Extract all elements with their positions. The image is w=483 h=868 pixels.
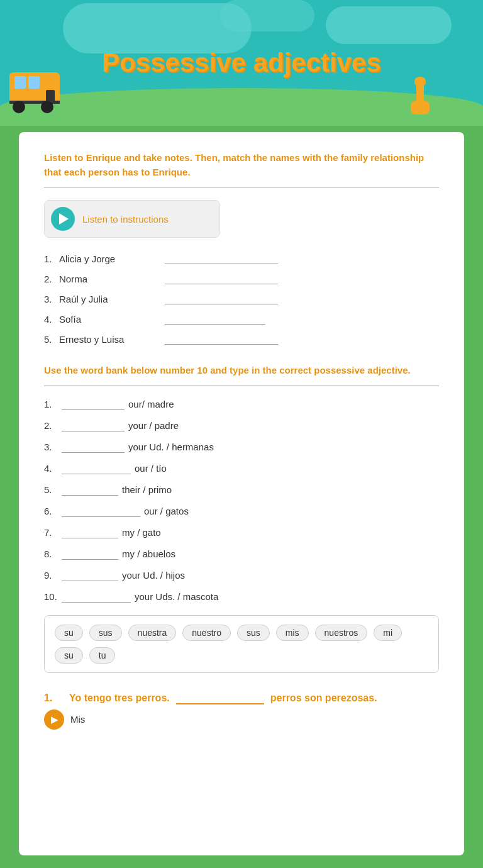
page-title: Possessive adjectives (102, 48, 381, 78)
word-chip[interactable]: mis (276, 625, 309, 641)
word-chip[interactable]: su (55, 647, 83, 664)
item-num: 7. (44, 527, 62, 538)
divider1 (44, 187, 439, 187)
section1-instruction: Listen to Enrique and take notes. Then, … (44, 151, 439, 179)
fill-list-item: 10. your Uds. / mascota (44, 591, 439, 603)
sentence-row: 1. Yo tengo tres perros. perros son pere… (44, 692, 439, 704)
fill-blank[interactable] (62, 548, 118, 560)
item-num: 4. (44, 314, 59, 325)
sentence-suffix: perros son perezosas. (270, 693, 377, 704)
section2: Use the word bank below number 10 and ty… (44, 364, 439, 673)
item-label: our / tío (135, 463, 167, 474)
name-list-item: 1. Alicia y Jorge (44, 253, 439, 264)
fill-list-item: 9. your Ud. / hijos (44, 570, 439, 581)
item-num: 5. (44, 484, 62, 495)
word-chip[interactable]: tu (89, 647, 116, 664)
item-num: 2. (44, 420, 62, 431)
hint-circle: ▶ (44, 709, 64, 730)
section3: 1. Yo tengo tres perros. perros son pere… (44, 692, 439, 730)
word-chip[interactable]: mi (374, 625, 402, 641)
item-label: your Ud. / hermanas (128, 442, 214, 452)
item-label: your Uds. / mascota (135, 591, 218, 602)
item-name: Sofía (59, 314, 160, 325)
cloud-decoration (220, 0, 314, 31)
item-label: their / primo (122, 484, 172, 495)
fill-blank[interactable] (62, 591, 131, 603)
item-num: 10. (44, 591, 62, 602)
fill-list-item: 5. their / primo (44, 484, 439, 496)
item-num: 6. (44, 506, 62, 516)
section1: Listen to Enrique and take notes. Then, … (44, 151, 439, 345)
item-name: Norma (59, 274, 160, 284)
answer-line (165, 253, 278, 264)
item-label: my / abuelos (122, 548, 175, 559)
item-label: my / gato (122, 527, 161, 538)
answer-hint-row: ▶ Mis (44, 709, 439, 730)
item-label: your Ud. / hijos (122, 570, 185, 581)
name-list-item: 2. Norma (44, 273, 439, 284)
item-num: 1. (44, 399, 62, 409)
fill-list-item: 3. your Ud. / hermanas (44, 442, 439, 453)
audio-button[interactable]: Listen to instructions (44, 200, 220, 238)
play-icon (51, 207, 75, 231)
item-name: Raúl y Julia (59, 294, 160, 304)
sentence-num: 1. (44, 693, 63, 704)
fill-blank[interactable] (62, 442, 125, 453)
word-chip[interactable]: nuestro (182, 625, 231, 641)
fill-blank[interactable] (62, 463, 131, 474)
item-name: Alicia y Jorge (59, 253, 160, 264)
cloud-decoration (326, 6, 452, 44)
word-chip[interactable]: sus (89, 625, 122, 641)
fill-list-item: 8. my / abuelos (44, 548, 439, 560)
section2-instruction: Use the word bank below number 10 and ty… (44, 364, 439, 378)
answer-line (165, 313, 265, 325)
word-chip[interactable]: sus (237, 625, 270, 641)
fill-blank[interactable] (62, 420, 125, 431)
item-num: 3. (44, 442, 62, 452)
hint-text: Mis (70, 714, 85, 725)
fill-list-item: 4. our / tío (44, 463, 439, 474)
item-num: 9. (44, 570, 62, 581)
fill-blank[interactable] (62, 506, 140, 517)
fill-blank[interactable] (62, 527, 118, 538)
item-label: our/ madre (128, 399, 174, 409)
fill-list-item: 1. our/ madre (44, 399, 439, 410)
name-list-item: 3. Raúl y Julia (44, 293, 439, 304)
main-content: Listen to Enrique and take notes. Then, … (19, 132, 464, 855)
item-num: 4. (44, 463, 62, 474)
word-bank: su sus nuestra nuestro sus mis nuestros … (44, 615, 439, 673)
fill-list-item: 2. your / padre (44, 420, 439, 431)
giraffe-illustration (408, 77, 433, 114)
hint-icon: ▶ (51, 715, 58, 725)
answer-line (165, 293, 278, 304)
item-label: your / padre (128, 420, 179, 431)
sentence-prefix: Yo tengo tres perros. (69, 693, 170, 704)
word-chip[interactable]: nuestra (128, 625, 177, 641)
name-list-item: 5. Ernesto y Luisa (44, 333, 439, 345)
word-chip[interactable]: nuestros (315, 625, 368, 641)
fill-list-item: 6. our / gatos (44, 506, 439, 517)
item-label: our / gatos (144, 506, 189, 516)
fill-blank[interactable] (62, 484, 118, 496)
item-num: 1. (44, 253, 59, 264)
fill-blank[interactable] (62, 570, 118, 581)
answer-line (165, 273, 278, 284)
sentence-blank[interactable] (176, 692, 264, 704)
bus-illustration (6, 69, 63, 113)
play-triangle (59, 213, 69, 225)
fill-list-item: 7. my / gato (44, 527, 439, 538)
item-num: 3. (44, 294, 59, 304)
item-num: 8. (44, 548, 62, 559)
name-list: 1. Alicia y Jorge 2. Norma 3. Raúl y Jul… (44, 253, 439, 345)
divider2 (44, 386, 439, 386)
item-num: 5. (44, 334, 59, 345)
answer-line (165, 333, 278, 345)
name-list-item: 4. Sofía (44, 313, 439, 325)
fill-blank[interactable] (62, 399, 125, 410)
word-chip[interactable]: su (55, 625, 83, 641)
item-name: Ernesto y Luisa (59, 334, 160, 345)
audio-label: Listen to instructions (82, 214, 169, 225)
fill-list: 1. our/ madre 2. your / padre 3. your Ud… (44, 399, 439, 603)
header: Possessive adjectives (0, 0, 483, 126)
item-num: 2. (44, 274, 59, 284)
